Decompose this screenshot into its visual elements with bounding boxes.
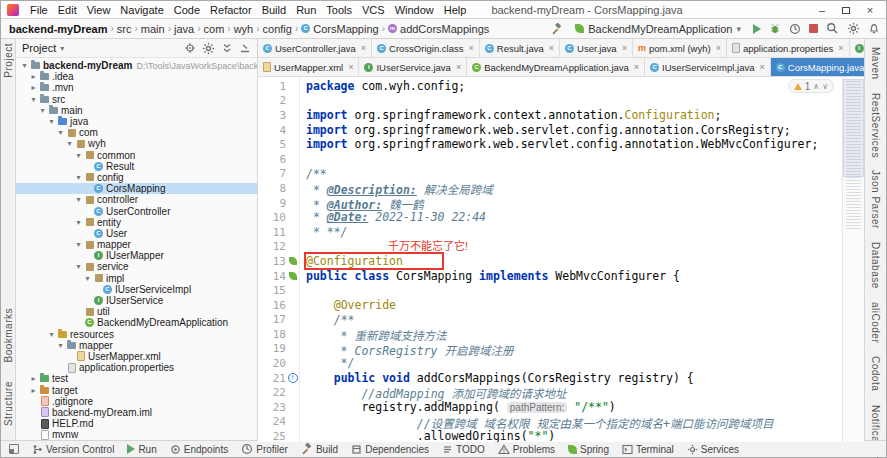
tool-window-button-restservices[interactable]: RestServices: [870, 93, 881, 158]
inspections-widget[interactable]: 1 ∧ ∨: [788, 79, 834, 93]
code-line[interactable]: * 重新跨域支持方法: [306, 327, 842, 342]
tree-item-src[interactable]: ▾src: [16, 94, 257, 105]
close-button[interactable]: ×: [858, 4, 882, 16]
tab-iuserservice-java[interactable]: IIUserService.java×: [359, 58, 467, 76]
gutter-line[interactable]: 12: [258, 240, 299, 255]
tree-arrow-icon[interactable]: ▾: [56, 128, 65, 137]
gutter-line[interactable]: 6: [258, 152, 299, 167]
tree-arrow-icon[interactable]: ▾: [74, 240, 83, 249]
gutter-line[interactable]: 10: [258, 210, 299, 225]
tree-item-usermapper-xml[interactable]: UserMapper.xml: [16, 351, 257, 362]
tab-corsmapping-java[interactable]: CCorsMapping.java×: [771, 58, 864, 76]
notifications-button[interactable]: [868, 23, 880, 35]
tree-item-iuserservice[interactable]: IIUserService: [16, 295, 257, 306]
tab-close-icon[interactable]: ×: [716, 43, 721, 53]
panel-settings-button[interactable]: [202, 42, 215, 55]
tab-close-icon[interactable]: ×: [634, 62, 639, 72]
gutter-line[interactable]: 4: [258, 123, 299, 138]
gutter-line[interactable]: 11: [258, 225, 299, 240]
gutter-line[interactable]: 21↑: [258, 371, 299, 386]
tree-item-usercontroller[interactable]: CUserController: [16, 205, 257, 216]
tab-close-icon[interactable]: ×: [838, 43, 843, 53]
code-line[interactable]: import org.springframework.context.annot…: [306, 108, 842, 123]
tree-item-util[interactable]: util: [16, 306, 257, 317]
code-area[interactable]: package com.wyh.config;import org.spring…: [300, 77, 842, 442]
code-line[interactable]: * **/: [306, 225, 842, 240]
run-config-select[interactable]: BackendMyDreamApplication▾: [571, 22, 745, 36]
tab-close-icon[interactable]: ×: [361, 43, 366, 53]
tab-application-properties[interactable]: application.properties×: [727, 39, 850, 57]
breadcrumb-item-addcorsmappings[interactable]: maddCorsMappings: [386, 23, 491, 35]
menu-refactor[interactable]: Refactor: [205, 4, 257, 16]
menu-build[interactable]: Build: [257, 4, 291, 16]
tab-pom-xml-wyh[interactable]: mpom.xml (wyh)×: [633, 39, 727, 57]
tree-arrow-icon[interactable]: ▾: [47, 330, 56, 339]
code-line[interactable]: public class CorsMapping implements WebM…: [306, 269, 842, 284]
maximize-button[interactable]: [834, 4, 858, 16]
code-line[interactable]: import org.springframework.web.servlet.c…: [306, 123, 842, 138]
tree-item-entity[interactable]: ▾entity: [16, 217, 257, 228]
chevron-down-icon[interactable]: ▾: [60, 44, 64, 53]
run-button[interactable]: [753, 24, 761, 34]
gutter-line[interactable]: 17: [258, 313, 299, 328]
tree-item-resources[interactable]: ▾resources: [16, 329, 257, 340]
build-button[interactable]: [551, 23, 563, 35]
menu-vcs[interactable]: VCS: [357, 4, 390, 16]
tree-item-test[interactable]: ▸test: [16, 373, 257, 384]
status-problems[interactable]: Problems: [498, 444, 555, 455]
tab-result-java[interactable]: CResult.java×: [480, 39, 560, 57]
code-line[interactable]: import org.springframework.web.servlet.c…: [306, 137, 842, 152]
tab-backendmydreamapplication-java[interactable]: CBackendMyDreamApplication.java×: [467, 58, 645, 76]
gutter-line[interactable]: 7: [258, 167, 299, 182]
breadcrumb-item-java[interactable]: java: [172, 23, 196, 35]
gutter-line[interactable]: 22: [258, 385, 299, 400]
status-version-control[interactable]: Version Control: [32, 444, 114, 455]
tab-close-icon[interactable]: ×: [348, 62, 353, 72]
tree-item-service[interactable]: ▾service: [16, 261, 257, 272]
code-line[interactable]: @Configuration: [306, 254, 842, 269]
tree-item-gitignore[interactable]: .gitignore: [16, 396, 257, 407]
gutter-line[interactable]: 8: [258, 181, 299, 196]
tree-arrow-icon[interactable]: ▾: [83, 274, 92, 283]
tree-item-iusermapper[interactable]: IIUserMapper: [16, 250, 257, 261]
breadcrumb-item-main[interactable]: main: [139, 23, 167, 35]
tree-item-corsmapping[interactable]: CCorsMapping: [16, 183, 257, 194]
tree-item-controller[interactable]: ▾controller: [16, 194, 257, 205]
tree-arrow-icon[interactable]: ▸: [29, 83, 38, 92]
tab-user-java[interactable]: CUser.java×: [560, 39, 633, 57]
tool-window-button-codota[interactable]: Codota: [870, 356, 881, 391]
tree-arrow-icon[interactable]: ▾: [65, 139, 74, 148]
status-dependencies[interactable]: Dependencies: [351, 444, 429, 455]
tree-item-mapper[interactable]: ▾mapper: [16, 239, 257, 250]
gutter-line[interactable]: 16: [258, 298, 299, 313]
breadcrumb-item-backend-mydream[interactable]: backend-myDream: [7, 23, 109, 35]
status-todo[interactable]: TODO: [442, 444, 485, 455]
code-line[interactable]: * @Date: 2022-11-30 22:44: [306, 210, 842, 225]
editor-gutter[interactable]: 123456789101112131415161718192021↑222324…: [258, 77, 300, 442]
menu-code[interactable]: Code: [169, 4, 205, 16]
menu-tools[interactable]: Tools: [321, 4, 357, 16]
tree-item-config[interactable]: ▾config: [16, 172, 257, 183]
tree-arrow-icon[interactable]: ▾: [20, 61, 29, 70]
code-line[interactable]: public void addCorsMappings(CorsRegistry…: [306, 371, 842, 386]
minimize-button[interactable]: –: [810, 4, 834, 16]
code-line[interactable]: * @Description: 解决全局跨域: [306, 181, 842, 196]
breadcrumb-item-src[interactable]: src: [115, 23, 134, 35]
tool-window-button-alicoder[interactable]: aliCoder: [870, 302, 881, 343]
tree-item-com[interactable]: ▾com: [16, 127, 257, 138]
status-run[interactable]: Run: [127, 444, 156, 455]
code-line[interactable]: //addMapping 添加可跨域的请求地址: [306, 385, 842, 400]
code-line[interactable]: [306, 240, 842, 255]
tree-arrow-icon[interactable]: ▾: [74, 195, 83, 204]
tab-close-icon[interactable]: ×: [549, 43, 554, 53]
stop-button[interactable]: [809, 24, 818, 33]
tree-item-impl[interactable]: ▾impl: [16, 273, 257, 284]
code-line[interactable]: [306, 94, 842, 109]
tab-usercontroller-java[interactable]: CUserController.java×: [258, 39, 372, 57]
tree-item-backend-mydream[interactable]: ▾backend-myDreamD:\Tools\JavaWorkSpace\b…: [16, 60, 257, 71]
tab-close-icon[interactable]: ×: [760, 62, 765, 72]
tool-window-button-structure[interactable]: Structure: [3, 381, 14, 426]
gutter-line[interactable]: 18: [258, 327, 299, 342]
gutter-line[interactable]: 2: [258, 94, 299, 109]
locate-button[interactable]: [184, 42, 196, 54]
